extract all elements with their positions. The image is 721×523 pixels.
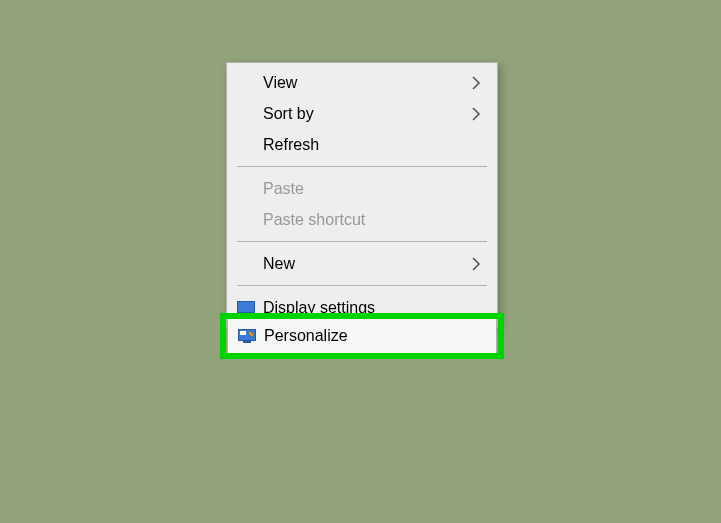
menu-item-label: Paste shortcut [263, 212, 469, 228]
chevron-right-icon [469, 76, 483, 90]
menu-item-label: New [263, 256, 469, 272]
display-settings-icon [237, 301, 263, 315]
menu-item-label: Personalize [264, 327, 482, 345]
menu-item-paste-shortcut: Paste shortcut [227, 204, 497, 235]
menu-item-paste: Paste [227, 173, 497, 204]
personalize-icon [238, 329, 264, 343]
menu-separator [237, 241, 487, 242]
menu-item-personalize[interactable]: Personalize [227, 319, 497, 353]
menu-item-sort-by[interactable]: Sort by [227, 98, 497, 129]
svg-rect-1 [242, 313, 250, 315]
chevron-right-icon [469, 257, 483, 271]
svg-rect-0 [238, 301, 255, 312]
svg-rect-4 [243, 341, 251, 343]
menu-item-new[interactable]: New [227, 248, 497, 279]
menu-item-view[interactable]: View [227, 67, 497, 98]
menu-item-label: View [263, 75, 469, 91]
chevron-right-icon [469, 107, 483, 121]
menu-item-refresh[interactable]: Refresh [227, 129, 497, 160]
menu-item-label: Paste [263, 181, 469, 197]
menu-item-label: Refresh [263, 137, 469, 153]
menu-separator [237, 285, 487, 286]
svg-rect-3 [240, 331, 246, 335]
menu-item-label: Display settings [263, 300, 469, 316]
menu-item-label: Sort by [263, 106, 469, 122]
desktop-context-menu: View Sort by Refresh Paste Paste shortcu… [226, 62, 498, 328]
menu-separator [237, 166, 487, 167]
